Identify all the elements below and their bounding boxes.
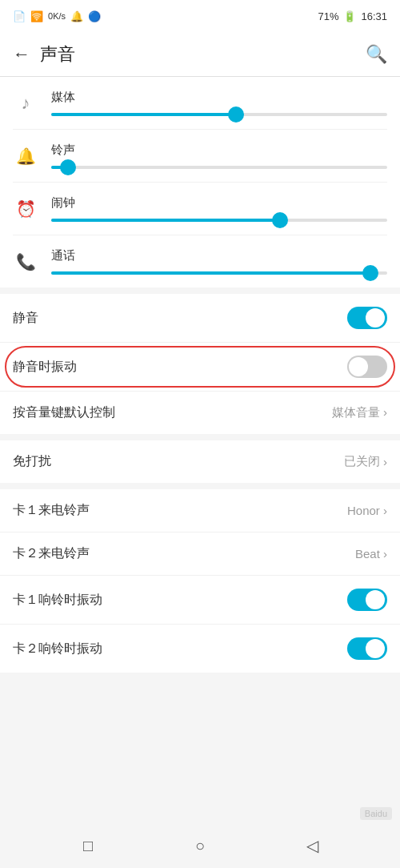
dnd-row[interactable]: 免打扰 已关闭 › (0, 440, 400, 483)
alarm-slider-fill (51, 219, 280, 222)
nav-home-button[interactable]: ○ (186, 831, 214, 860)
ringtone-slider-track[interactable] (51, 166, 387, 169)
nav-bar: □ ○ ◁ (0, 823, 400, 868)
vibrate-when-mute-toggle-knob (349, 357, 368, 376)
call-slider-thumb (362, 265, 378, 281)
sim2-vibration-toggle-knob (366, 639, 385, 658)
call-slider-track[interactable] (51, 271, 387, 275)
header-left: ← 声音 (13, 42, 75, 66)
media-slider-fill (51, 113, 236, 116)
sim2-ringtone-row[interactable]: 卡２来电铃声 Beat › (0, 532, 400, 576)
media-volume-content: 媒体 (51, 90, 387, 116)
sim1-vibration-toggle[interactable] (347, 589, 387, 611)
ringtone-slider-thumb (60, 159, 76, 175)
dnd-value: 已关闭 › (344, 454, 387, 469)
media-slider-track[interactable] (51, 113, 387, 116)
vibrate-when-mute-label: 静音时振动 (13, 359, 77, 376)
media-slider-thumb (228, 106, 244, 123)
wifi-icon: 🛜 (30, 10, 43, 22)
back-button[interactable]: ← (13, 44, 30, 65)
mute-toggle[interactable] (347, 307, 387, 329)
sim1-ringtone-row[interactable]: 卡１来电铃声 Honor › (0, 489, 400, 532)
vibrate-when-mute-row: 静音时振动 (0, 343, 400, 392)
ringtone-volume-content: 铃声 (51, 143, 387, 169)
vibrate-when-mute-toggle[interactable] (347, 356, 387, 378)
extra-icon: 🔵 (88, 10, 101, 22)
watermark: Baidu (360, 807, 392, 820)
sim2-ringtone-value: Beat › (355, 547, 387, 561)
nav-back-button[interactable]: ◁ (298, 831, 326, 860)
call-icon: 📞 (13, 252, 38, 271)
status-left-icons: 📄 🛜 0K/s 🔔 🔵 (13, 10, 101, 22)
ringtone-label: 铃声 (51, 143, 387, 158)
alarm-volume-row: ⏰ 闹钟 (13, 183, 387, 235)
mute-label: 静音 (13, 310, 38, 327)
volume-key-control-row[interactable]: 按音量键默认控制 媒体音量 › (0, 392, 400, 434)
ringtone-volume-row: 🔔 铃声 (13, 130, 387, 183)
signal-text: 0K/s (48, 11, 66, 21)
sim1-ringtone-value: Honor › (347, 504, 387, 517)
call-slider-fill (51, 271, 370, 275)
battery-icon: 🔋 (343, 10, 356, 22)
search-button[interactable]: 🔍 (366, 44, 387, 65)
time-text: 16:31 (361, 10, 387, 22)
music-icon: ♪ (13, 93, 38, 114)
alarm-label: 闹钟 (51, 195, 387, 211)
alarm-volume-content: 闹钟 (51, 195, 387, 222)
mute-row: 静音 (0, 294, 400, 343)
header: ← 声音 🔍 (0, 32, 400, 77)
call-volume-row: 📞 通话 (13, 235, 387, 287)
mute-section: 静音 静音时振动 按音量键默认控制 媒体音量 › (0, 294, 400, 434)
nav-square-button[interactable]: □ (74, 831, 102, 860)
battery-text: 71% (318, 10, 338, 22)
sim1-vibration-toggle-knob (366, 590, 385, 609)
media-volume-row: ♪ 媒体 (13, 77, 387, 130)
call-volume-content: 通话 (51, 248, 387, 275)
status-right-info: 71% 🔋 16:31 (318, 10, 387, 22)
call-label: 通话 (51, 248, 387, 263)
sim2-vibration-label: 卡２响铃时振动 (13, 641, 102, 657)
dnd-label: 免打扰 (13, 453, 51, 470)
volume-section: ♪ 媒体 🔔 铃声 ⏰ 闹钟 (0, 77, 400, 287)
status-bar: 📄 🛜 0K/s 🔔 🔵 71% 🔋 16:31 (0, 0, 400, 32)
volume-key-control-value: 媒体音量 › (332, 405, 387, 420)
file-icon: 📄 (13, 10, 26, 22)
media-label: 媒体 (51, 90, 387, 105)
page-title: 声音 (40, 42, 75, 66)
ringtone-icon: 🔔 (13, 147, 38, 166)
sim2-vibration-toggle[interactable] (347, 637, 387, 660)
alarm-slider-track[interactable] (51, 219, 387, 222)
alarm-icon: ⏰ (13, 199, 38, 219)
notification-icon: 🔔 (70, 10, 83, 22)
dnd-section: 免打扰 已关闭 › (0, 440, 400, 483)
alarm-slider-thumb (272, 212, 288, 228)
ringtone-section: 卡１来电铃声 Honor › 卡２来电铃声 Beat › 卡１响铃时振动 卡２响… (0, 489, 400, 673)
mute-toggle-knob (366, 308, 385, 328)
sim1-vibration-row: 卡１响铃时振动 (0, 576, 400, 625)
sim1-ringtone-label: 卡１来电铃声 (13, 502, 90, 519)
volume-key-control-label: 按音量键默认控制 (13, 404, 115, 421)
sim2-ringtone-label: 卡２来电铃声 (13, 545, 90, 562)
sim1-vibration-label: 卡１响铃时振动 (13, 592, 102, 609)
sim2-vibration-row: 卡２响铃时振动 (0, 625, 400, 673)
